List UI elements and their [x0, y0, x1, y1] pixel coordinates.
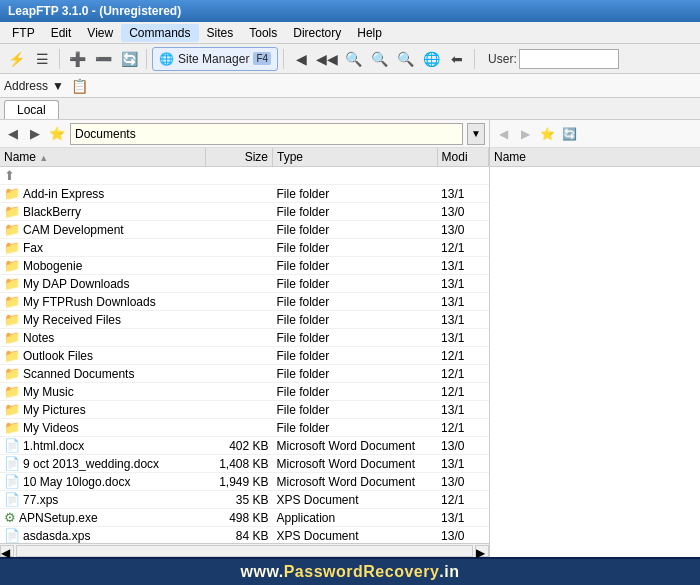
table-row[interactable]: 📄1.html.docx 402 KB Microsoft Word Docum…	[0, 437, 489, 455]
table-row[interactable]: 📄10 May 10logo.docx 1,949 KB Microsoft W…	[0, 473, 489, 491]
table-row[interactable]: 📁My Videos File folder 12/1	[0, 419, 489, 437]
table-row[interactable]: ⚙APNSetup.exe 498 KB Application 13/1	[0, 509, 489, 527]
toolbar-btn-5[interactable]: 🔄	[117, 47, 141, 71]
title-text: LeapFTP 3.1.0 - (Unregistered)	[8, 4, 181, 18]
cell-size	[206, 185, 273, 203]
bottom-scrollbar[interactable]: ◀ ▶	[0, 543, 489, 557]
toolbar-btn-2[interactable]: ☰	[30, 47, 54, 71]
table-row[interactable]: 📁My FTPRush Downloads File folder 13/1	[0, 293, 489, 311]
table-row[interactable]: 📁Scanned Documents File folder 12/1	[0, 365, 489, 383]
cell-name: 📄asdasda.xps	[0, 527, 206, 544]
table-row[interactable]: 📄77.xps 35 KB XPS Document 12/1	[0, 491, 489, 509]
site-manager-button[interactable]: 🌐 Site Manager F4	[152, 47, 278, 71]
table-row[interactable]: 📁CAM Development File folder 13/0	[0, 221, 489, 239]
cell-size	[206, 365, 273, 383]
table-row[interactable]: 📁Notes File folder 13/1	[0, 329, 489, 347]
toolbar-btn-1[interactable]: ⚡	[4, 47, 28, 71]
cell-name: ⚙APNSetup.exe	[0, 509, 206, 527]
table-row[interactable]: ⬆	[0, 167, 489, 185]
cell-name: 📁Mobogenie	[0, 257, 206, 275]
table-row[interactable]: 📁Outlook Files File folder 12/1	[0, 347, 489, 365]
table-row[interactable]: 📁My Music File folder 12/1	[0, 383, 489, 401]
table-row[interactable]: 📁My DAP Downloads File folder 13/1	[0, 275, 489, 293]
file-icon: 📁	[4, 348, 20, 363]
cell-type: File folder	[273, 365, 438, 383]
cell-mod: 13/1	[437, 275, 488, 293]
address-action-btn[interactable]: 📋	[68, 74, 92, 98]
scroll-right-btn[interactable]: ▶	[475, 545, 489, 557]
file-list[interactable]: Name ▲ Size Type Modi ⬆ 📁Add-in Express	[0, 148, 489, 543]
address-label[interactable]: Address	[4, 79, 48, 93]
right-nav-favorite[interactable]: ⭐	[538, 125, 556, 143]
path-dropdown-btn[interactable]: ▼	[467, 123, 485, 145]
toolbar-btn-6[interactable]: ◀	[289, 47, 313, 71]
cell-mod: 13/1	[437, 293, 488, 311]
cell-size	[206, 239, 273, 257]
right-nav-back[interactable]: ◀	[494, 125, 512, 143]
tabs-bar: Local	[0, 98, 700, 120]
toolbar-btn-10[interactable]: 🔍	[393, 47, 417, 71]
file-icon: 📄	[4, 438, 20, 453]
table-row[interactable]: 📄asdasda.xps 84 KB XPS Document 13/0	[0, 527, 489, 544]
toolbar-btn-4[interactable]: ➖	[91, 47, 115, 71]
user-input[interactable]	[519, 49, 619, 69]
toolbar-sep-3	[283, 49, 284, 69]
table-row[interactable]: 📁My Pictures File folder 13/1	[0, 401, 489, 419]
scroll-left-btn[interactable]: ◀	[0, 545, 14, 557]
cell-size	[206, 311, 273, 329]
cell-mod: 13/0	[437, 203, 488, 221]
menu-tools[interactable]: Tools	[241, 24, 285, 42]
cell-type: File folder	[273, 347, 438, 365]
col-header-name[interactable]: Name ▲	[0, 148, 206, 167]
menu-help[interactable]: Help	[349, 24, 390, 42]
cell-name: 📁Add-in Express	[0, 185, 206, 203]
menu-view[interactable]: View	[79, 24, 121, 42]
table-row[interactable]: 📁Fax File folder 12/1	[0, 239, 489, 257]
toolbar-btn-8[interactable]: 🔍	[341, 47, 365, 71]
table-row[interactable]: 📁My Received Files File folder 13/1	[0, 311, 489, 329]
table-row[interactable]: 📁Add-in Express File folder 13/1	[0, 185, 489, 203]
cell-mod: 13/1	[437, 401, 488, 419]
col-header-mod[interactable]: Modi	[437, 148, 488, 167]
menu-edit[interactable]: Edit	[43, 24, 80, 42]
right-nav-forward[interactable]: ▶	[516, 125, 534, 143]
toolbar-btn-7[interactable]: ◀◀	[315, 47, 339, 71]
file-icon: 📁	[4, 222, 20, 237]
file-icon: 📁	[4, 258, 20, 273]
menu-sites[interactable]: Sites	[199, 24, 242, 42]
table-row[interactable]: 📁BlackBerry File folder 13/0	[0, 203, 489, 221]
cell-size: 84 KB	[206, 527, 273, 544]
toolbar-btn-3[interactable]: ➕	[65, 47, 89, 71]
menu-bar: FTP Edit View Commands Sites Tools Direc…	[0, 22, 700, 44]
toolbar-btn-9[interactable]: 🔍	[367, 47, 391, 71]
title-bar: LeapFTP 3.1.0 - (Unregistered)	[0, 0, 700, 22]
cell-mod: 13/1	[437, 257, 488, 275]
menu-commands[interactable]: Commands	[121, 24, 198, 42]
cell-type: Application	[273, 509, 438, 527]
tab-local[interactable]: Local	[4, 100, 59, 119]
cell-type: File folder	[273, 419, 438, 437]
toolbar-sep-2	[146, 49, 147, 69]
file-table: Name ▲ Size Type Modi ⬆ 📁Add-in Express	[0, 148, 489, 543]
file-icon: 📁	[4, 384, 20, 399]
nav-favorite-btn[interactable]: ⭐	[48, 125, 66, 143]
address-dropdown-icon[interactable]: ▼	[52, 79, 64, 93]
table-row[interactable]: 📄9 oct 2013_wedding.docx 1,408 KB Micros…	[0, 455, 489, 473]
cell-type: File folder	[273, 401, 438, 419]
col-header-type[interactable]: Type	[273, 148, 438, 167]
horizontal-scrollbar[interactable]	[16, 545, 473, 557]
nav-forward-btn[interactable]: ▶	[26, 125, 44, 143]
menu-directory[interactable]: Directory	[285, 24, 349, 42]
footer: www.PasswordRecovery.in	[0, 557, 700, 585]
file-icon: 📁	[4, 186, 20, 201]
cell-size	[206, 329, 273, 347]
toolbar-btn-11[interactable]: 🌐	[419, 47, 443, 71]
menu-ftp[interactable]: FTP	[4, 24, 43, 42]
cell-mod: 13/1	[437, 329, 488, 347]
col-header-size[interactable]: Size	[206, 148, 273, 167]
nav-back-btn[interactable]: ◀	[4, 125, 22, 143]
toolbar-btn-12[interactable]: ⬅	[445, 47, 469, 71]
right-nav-refresh[interactable]: 🔄	[560, 125, 578, 143]
table-row[interactable]: 📁Mobogenie File folder 13/1	[0, 257, 489, 275]
path-input[interactable]	[70, 123, 463, 145]
